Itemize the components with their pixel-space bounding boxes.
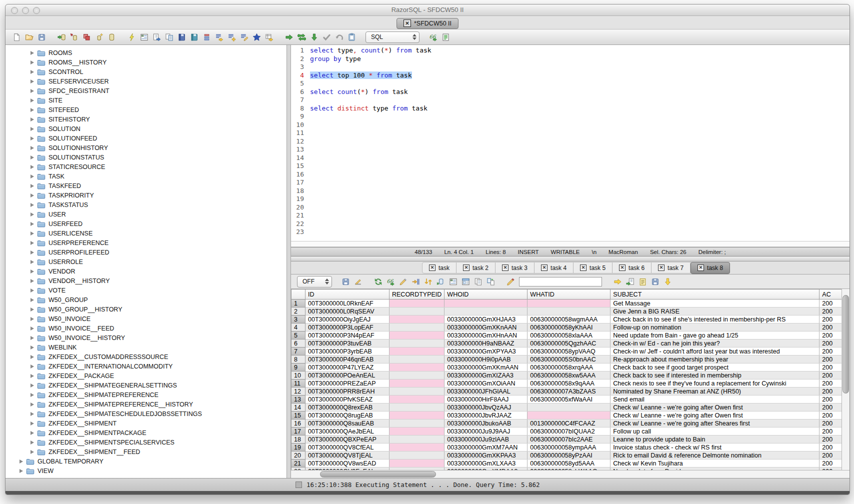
code-line[interactable] xyxy=(310,63,850,72)
table-cell[interactable]: 00630000007bIc2AAE xyxy=(528,436,610,444)
row-number-cell[interactable]: 15 xyxy=(292,412,306,420)
tree-item[interactable]: ZKFEDEX__SHIPMENT__FEED xyxy=(6,447,286,456)
execute-statement-button[interactable] xyxy=(283,31,296,44)
disclosure-triangle-icon[interactable] xyxy=(30,184,34,188)
table-cell[interactable]: 200 xyxy=(820,452,842,460)
table-cell[interactable]: Get Massage xyxy=(610,300,820,308)
table-row[interactable]: 300T3000000OiyJgEAJ0033000000GmXHJAA3006… xyxy=(292,316,842,324)
table-cell[interactable]: 0033000000Ju9J9AAJ xyxy=(444,428,528,436)
table-cell[interactable]: 00T3000000P46qnEAB xyxy=(306,356,390,364)
save-results-button[interactable] xyxy=(340,276,352,288)
row-number-cell[interactable]: 10 xyxy=(292,372,306,380)
disclosure-triangle-icon[interactable] xyxy=(30,279,34,283)
table-cell[interactable] xyxy=(390,324,444,332)
row-number-cell[interactable]: 4 xyxy=(292,324,306,332)
table-row[interactable]: 700T3000000P3yrbEAB0033000000GmXPYAA3006… xyxy=(292,348,842,356)
table-cell[interactable]: 0033000000H9aNBAAZ xyxy=(444,340,528,348)
table-row[interactable]: 1500T3000000Q8rugEAB0033000000JbvRJAAZCh… xyxy=(292,412,842,420)
copy-results-button[interactable] xyxy=(472,276,484,288)
table-cell[interactable]: 00T3000000PREZaEAP xyxy=(306,380,390,388)
tree-item[interactable]: ZKFEDEX__SHIPMENTSPECIALSERVICES xyxy=(6,438,286,447)
table-cell[interactable]: 200 xyxy=(820,348,842,356)
table-cell[interactable]: 200 xyxy=(820,316,842,324)
table-cell[interactable]: 200 xyxy=(820,420,842,428)
code-line[interactable] xyxy=(310,80,850,88)
table-cell[interactable]: 0033000000GmXOiAAN xyxy=(444,380,528,388)
table-cell[interactable]: 200 xyxy=(820,388,842,396)
table-cell[interactable] xyxy=(390,460,444,468)
table-cell[interactable]: 006300000058yPzAAI xyxy=(528,452,610,460)
disclosure-triangle-icon[interactable] xyxy=(30,355,34,359)
table-cell[interactable] xyxy=(390,364,444,372)
tree-item[interactable]: SOLUTION xyxy=(6,124,286,134)
table-row[interactable]: 500T3000000P3N4pEAF0033000000GmXHnAAN006… xyxy=(292,332,842,340)
disclosure-triangle-icon[interactable] xyxy=(30,108,34,112)
table-cell[interactable]: Give Jenn a BIG RAISE xyxy=(610,308,820,316)
row-number-cell[interactable]: 1 xyxy=(292,300,306,308)
tree-item[interactable]: ZKFEDEX__SHIPMATEPREFERENCE__HISTORY xyxy=(6,400,286,409)
tree-item[interactable]: TASKPRIORITY xyxy=(6,190,286,200)
tree-item[interactable]: USERLICENSE xyxy=(6,228,286,238)
table-cell[interactable]: Check nexis to see if they've found a re… xyxy=(610,380,820,388)
tree-item[interactable]: USERPROFILEFEED xyxy=(6,248,286,257)
describe-table-button[interactable] xyxy=(200,31,213,44)
table-cell[interactable]: 0033000000JbvQzAAJ xyxy=(444,404,528,412)
table-cell[interactable]: 006300000058ypVAAQ xyxy=(528,348,610,356)
sql-editor[interactable]: 1234567891011121314151617181920212223 se… xyxy=(291,45,850,242)
disclosure-triangle-icon[interactable] xyxy=(20,469,23,473)
tree-item[interactable]: TASKSTATUS xyxy=(6,200,286,210)
tree-item[interactable]: USERPREFERENCE xyxy=(6,238,286,248)
tree-item[interactable]: SOLUTIONSTATUS xyxy=(6,152,286,162)
sql-history-button[interactable] xyxy=(346,31,358,44)
table-cell[interactable]: 006300000058yKhAAI xyxy=(528,324,610,332)
tree-item[interactable]: W50_INVOICE__FEED xyxy=(6,324,286,333)
tree-item[interactable]: ROOMS__HISTORY xyxy=(6,58,286,67)
disclosure-triangle-icon[interactable] xyxy=(30,174,34,178)
table-cell[interactable]: 00T3000000Q8sauEAB xyxy=(306,420,390,428)
table-cell[interactable] xyxy=(390,396,444,404)
table-cell[interactable] xyxy=(390,300,444,308)
sync-table-button[interactable] xyxy=(434,276,447,288)
highlight-button[interactable] xyxy=(504,276,517,288)
table-cell[interactable]: 00T3000000QBXPeEAP xyxy=(306,436,390,444)
results-search-input[interactable] xyxy=(519,277,602,286)
export-data-button[interactable] xyxy=(150,31,163,44)
download-button[interactable] xyxy=(662,276,674,288)
table-cell[interactable]: Check-in w/ Jeff - couldn't afford last … xyxy=(610,348,820,356)
table-cell[interactable]: 0013000000C4fFCAAZ xyxy=(528,420,610,428)
results-tab-task-5[interactable]: ✕task 5 xyxy=(574,262,612,273)
tree-item[interactable]: SITEFEED xyxy=(6,105,286,114)
table-row[interactable]: 1700T3000000QAeJbEAL0033000000Ju9J9AAJ00… xyxy=(292,428,842,436)
row-number-header[interactable] xyxy=(292,290,306,300)
table-cell[interactable] xyxy=(390,332,444,340)
table-cell[interactable]: 00630000005QgzhAAC xyxy=(528,340,610,348)
view-row-button[interactable]: 66 xyxy=(384,276,397,288)
disclosure-triangle-icon[interactable] xyxy=(30,222,34,226)
table-cell[interactable]: 00T3000000POeAnEAL xyxy=(306,372,390,380)
sql-code[interactable]: select type, count(*) from taskgroup by … xyxy=(306,46,850,241)
table-row[interactable]: 1200T3000000PRR8rEAH0033000000JFhGlAAL00… xyxy=(292,388,842,396)
row-number-cell[interactable]: 3 xyxy=(292,316,306,324)
row-number-cell[interactable]: 19 xyxy=(292,444,306,452)
disclosure-triangle-icon[interactable] xyxy=(30,80,34,84)
code-line[interactable]: select top 100 * from task xyxy=(310,72,850,80)
disclosure-triangle-icon[interactable] xyxy=(30,412,34,416)
database-button[interactable] xyxy=(106,31,118,44)
table-cell[interactable]: Check back to see if good target prospec… xyxy=(610,364,820,372)
disclosure-triangle-icon[interactable] xyxy=(30,136,34,140)
find-replace-button[interactable]: 66 xyxy=(427,31,440,44)
table-cell[interactable]: 00630000007A3bZAAS xyxy=(528,388,610,396)
table-cell[interactable]: 200 xyxy=(820,372,842,380)
tree-item[interactable]: USERFEED xyxy=(6,219,286,228)
table-cell[interactable]: 0033000000HirF8AAJ xyxy=(444,396,528,404)
zoom-window-button[interactable] xyxy=(33,7,40,14)
code-line[interactable] xyxy=(310,170,850,179)
table-cell[interactable]: Nominated by Shane Freeman at ANZ (HR50) xyxy=(610,388,820,396)
table-cell[interactable] xyxy=(390,388,444,396)
code-line[interactable] xyxy=(310,154,850,162)
table-cell[interactable]: 00T3000000L0RknEAF xyxy=(306,300,390,308)
table-cell[interactable]: Re-approach about membership this year xyxy=(610,356,820,364)
table-cell[interactable]: 200 xyxy=(820,396,842,404)
table-row[interactable]: 1400T3000000Q8rexEAB0033000000JbvQzAAJCh… xyxy=(292,404,842,412)
table-cell[interactable]: 00T3000000PRR8rEAH xyxy=(306,388,390,396)
